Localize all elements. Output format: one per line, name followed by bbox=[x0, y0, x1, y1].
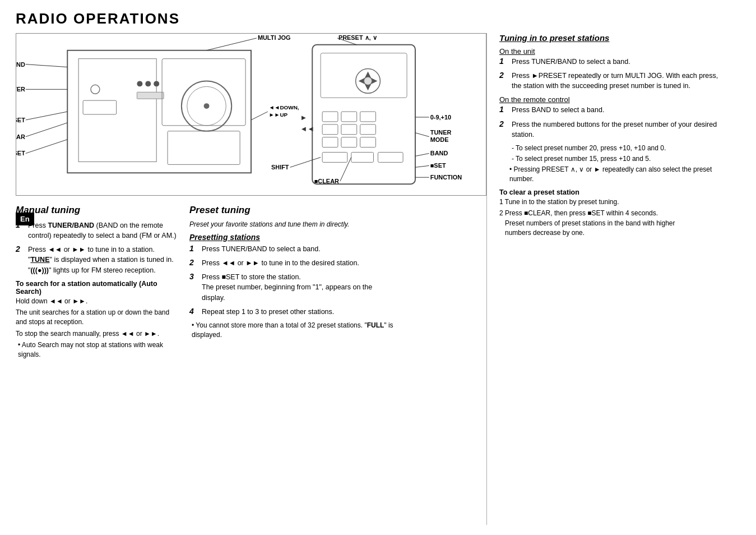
preset-step-1: 1 Press TUNER/BAND to select a band. bbox=[189, 244, 397, 254]
on-remote-step-num-1: 1 bbox=[499, 105, 509, 114]
preset-step-num-2: 2 bbox=[189, 258, 200, 267]
preset-step-num-1: 1 bbox=[189, 244, 200, 253]
on-unit-step-1: 1 Press TUNER/BAND to select a band. bbox=[499, 57, 722, 67]
diagram-svg: TUNER/BAND POWER ■SET ■CLEAR ►PRESET bbox=[16, 34, 486, 195]
clear-step-2: 2 Press ■CLEAR, then press ■SET within 4… bbox=[499, 209, 722, 238]
svg-text:POWER: POWER bbox=[16, 86, 25, 93]
svg-point-11 bbox=[204, 103, 210, 109]
auto-search-title: To search for a station automatically (A… bbox=[16, 280, 179, 296]
clear-step-1: 1 Tune in to the station by preset tunin… bbox=[499, 197, 722, 207]
preset-step-text-4: Repeat step 1 to 3 to preset other stati… bbox=[202, 307, 334, 317]
auto-search-step-2: The unit searches for a station up or do… bbox=[16, 308, 179, 328]
preset-step-text-1: Press TUNER/BAND to select a band. bbox=[202, 244, 321, 254]
right-panel: Tuning in to preset stations On the unit… bbox=[486, 33, 722, 525]
page-title: RADIO OPERATIONS bbox=[16, 10, 740, 27]
auto-search-step-1: Hold down ◄◄ or ►►. bbox=[16, 297, 179, 306]
svg-text:■SET: ■SET bbox=[16, 117, 25, 123]
svg-text:FUNCTION: FUNCTION bbox=[430, 174, 462, 181]
on-unit-step-2: 2 Press ►PRESET repeatedly or turn MULTI… bbox=[499, 71, 722, 91]
svg-text:TUNER/BAND: TUNER/BAND bbox=[16, 61, 25, 68]
manual-tuning-section: Manual tuning 1 Press TUNER/BAND (BAND o… bbox=[16, 205, 189, 361]
tuning-preset-title: Tuning in to preset stations bbox=[499, 33, 722, 43]
svg-point-30 bbox=[364, 77, 372, 85]
step-num-2: 2 bbox=[16, 245, 26, 253]
auto-search-step-3: To stop the search manually, press ◄◄ or… bbox=[16, 329, 179, 339]
svg-text:■CLEAR: ■CLEAR bbox=[314, 178, 339, 185]
auto-search-bullet: • Auto Search may not stop at stations w… bbox=[18, 340, 179, 359]
preset-bullet: • You cannot store more than a total of … bbox=[192, 321, 397, 340]
preset-tuning-subtitle: Preset your favorite stations and tune t… bbox=[189, 220, 397, 228]
on-remote-step-text-2: Press the numbered buttons for the prese… bbox=[512, 119, 722, 140]
preset-step-text-3: Press ■SET to store the station.The pres… bbox=[202, 272, 397, 302]
svg-text:■CLEAR: ■CLEAR bbox=[16, 133, 25, 140]
svg-text:MULTI JOG: MULTI JOG bbox=[258, 34, 291, 41]
manual-tuning-title: Manual tuning bbox=[16, 205, 179, 216]
preset-step-num-3: 3 bbox=[189, 272, 200, 281]
on-unit-step-text-1: Press TUNER/BAND to select a band. bbox=[512, 57, 630, 67]
svg-text:PRESET ∧, ∨: PRESET ∧, ∨ bbox=[338, 34, 377, 41]
dash-note-1: - To select preset number 20, press +10,… bbox=[512, 144, 722, 153]
on-unit-label: On the unit bbox=[499, 47, 722, 56]
preset-step-3: 3 Press ■SET to store the station.The pr… bbox=[189, 272, 397, 302]
on-unit-step-num-1: 1 bbox=[499, 57, 509, 66]
svg-text:SHIFT: SHIFT bbox=[271, 164, 289, 170]
svg-rect-8 bbox=[137, 92, 164, 99]
svg-text:◄◄: ◄◄ bbox=[300, 124, 314, 133]
svg-text:MODE: MODE bbox=[430, 136, 449, 143]
manual-step-2: 2 Press ◄◄ or ►► to tune in to a station… bbox=[16, 245, 179, 275]
on-remote-step-text-1: Press BAND to select a band. bbox=[512, 105, 604, 115]
svg-text:►: ► bbox=[300, 113, 307, 122]
main-content: TUNER/BAND POWER ■SET ■CLEAR ►PRESET bbox=[16, 33, 740, 525]
svg-point-6 bbox=[145, 81, 151, 86]
svg-text:◄◄DOWN,: ◄◄DOWN, bbox=[269, 104, 299, 110]
en-badge: En bbox=[16, 213, 34, 225]
left-wrapper: TUNER/BAND POWER ■SET ■CLEAR ►PRESET bbox=[16, 33, 486, 525]
diagram-box: TUNER/BAND POWER ■SET ■CLEAR ►PRESET bbox=[16, 33, 486, 196]
on-remote-step-1: 1 Press BAND to select a band. bbox=[499, 105, 722, 115]
svg-text:0-9,+10: 0-9,+10 bbox=[430, 114, 451, 121]
manual-step-1: 1 Press TUNER/BAND (BAND on the remote c… bbox=[16, 220, 179, 241]
pressing-note: • Pressing PRESET ∧, ∨ or ► repeatedly c… bbox=[509, 165, 722, 184]
on-remote-label: On the remote control bbox=[499, 95, 722, 104]
svg-text:BAND: BAND bbox=[430, 150, 448, 156]
preset-step-2: 2 Press ◄◄ or ►► to tune in to the desir… bbox=[189, 258, 397, 268]
svg-text:■SET: ■SET bbox=[430, 162, 446, 169]
svg-text:TUNER: TUNER bbox=[430, 129, 452, 136]
clear-preset-title: To clear a preset station bbox=[499, 188, 722, 196]
on-remote-step-2: 2 Press the numbered buttons for the pre… bbox=[499, 119, 722, 140]
step-text-2: Press ◄◄ or ►► to tune in to a station."… bbox=[28, 245, 174, 275]
presetting-stations-title: Presetting stations bbox=[189, 233, 397, 242]
svg-point-5 bbox=[137, 81, 142, 86]
svg-text:►PRESET: ►PRESET bbox=[16, 150, 25, 156]
preset-step-4: 4 Repeat step 1 to 3 to preset other sta… bbox=[189, 307, 397, 317]
page: RADIO OPERATIONS bbox=[0, 0, 756, 535]
svg-text:►►UP: ►►UP bbox=[269, 112, 288, 118]
step-text-1: Press TUNER/BAND (BAND on the remote con… bbox=[28, 220, 179, 241]
svg-point-7 bbox=[154, 81, 159, 86]
on-remote-step-num-2: 2 bbox=[499, 119, 509, 128]
on-unit-step-num-2: 2 bbox=[499, 71, 509, 80]
preset-step-num-4: 4 bbox=[189, 307, 200, 316]
preset-tuning-title: Preset tuning bbox=[189, 205, 397, 216]
bottom-columns: Manual tuning 1 Press TUNER/BAND (BAND o… bbox=[16, 205, 486, 361]
dash-note-2: - To select preset number 15, press +10 … bbox=[512, 154, 722, 164]
preset-tuning-section: Preset tuning Preset your favorite stati… bbox=[189, 205, 402, 361]
on-unit-step-text-2: Press ►PRESET repeatedly or turn MULTI J… bbox=[512, 71, 722, 91]
preset-step-text-2: Press ◄◄ or ►► to tune in to the desired… bbox=[202, 258, 359, 268]
